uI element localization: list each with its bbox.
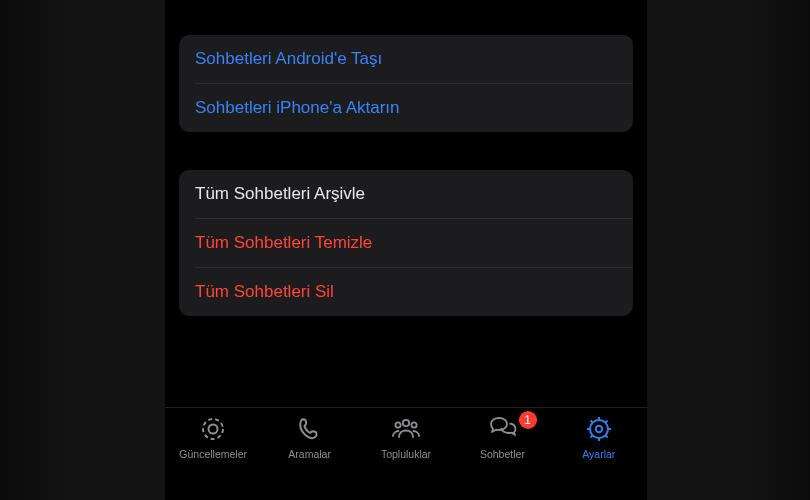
svg-point-0	[203, 419, 223, 439]
svg-point-4	[411, 422, 416, 427]
tab-bar: Güncellemeler Aramalar	[165, 407, 647, 500]
tab-label: Sohbetler	[480, 448, 525, 460]
chats-badge: 1	[519, 411, 537, 429]
svg-point-1	[209, 425, 218, 434]
svg-line-13	[590, 435, 592, 437]
tab-updates[interactable]: Güncellemeler	[165, 414, 261, 460]
chat-actions-card: Tüm Sohbetleri Arşivle Tüm Sohbetleri Te…	[179, 170, 633, 316]
tab-label: Güncellemeler	[179, 448, 247, 460]
app-screenshot: Sohbetleri Android'e Taşı Sohbetleri iPh…	[0, 0, 810, 500]
tab-label: Aramalar	[288, 448, 331, 460]
delete-all-row[interactable]: Tüm Sohbetleri Sil	[179, 268, 633, 316]
svg-point-2	[403, 420, 409, 426]
transfer-to-iphone-row[interactable]: Sohbetleri iPhone'a Aktarın	[179, 84, 633, 132]
tab-settings[interactable]: Ayarlar	[551, 414, 647, 460]
svg-point-6	[596, 426, 602, 432]
archive-all-row[interactable]: Tüm Sohbetleri Arşivle	[179, 170, 633, 218]
svg-line-11	[590, 421, 592, 423]
tab-communities[interactable]: Topluluklar	[358, 414, 454, 460]
svg-point-5	[590, 420, 608, 438]
svg-point-3	[395, 422, 400, 427]
transfer-card: Sohbetleri Android'e Taşı Sohbetleri iPh…	[179, 35, 633, 132]
communities-icon	[391, 414, 421, 444]
clear-all-row[interactable]: Tüm Sohbetleri Temizle	[179, 219, 633, 267]
tab-label: Topluluklar	[381, 448, 431, 460]
phone-icon	[295, 414, 325, 444]
tab-calls[interactable]: Aramalar	[261, 414, 357, 460]
tab-chats[interactable]: 1 Sohbetler	[454, 414, 550, 460]
svg-line-14	[605, 421, 607, 423]
status-icon	[198, 414, 228, 444]
move-to-android-row[interactable]: Sohbetleri Android'e Taşı	[179, 35, 633, 83]
tab-label: Ayarlar	[582, 448, 615, 460]
svg-line-12	[605, 435, 607, 437]
phone-screen: Sohbetleri Android'e Taşı Sohbetleri iPh…	[165, 0, 647, 500]
chats-icon	[487, 414, 517, 444]
gear-icon	[584, 414, 614, 444]
